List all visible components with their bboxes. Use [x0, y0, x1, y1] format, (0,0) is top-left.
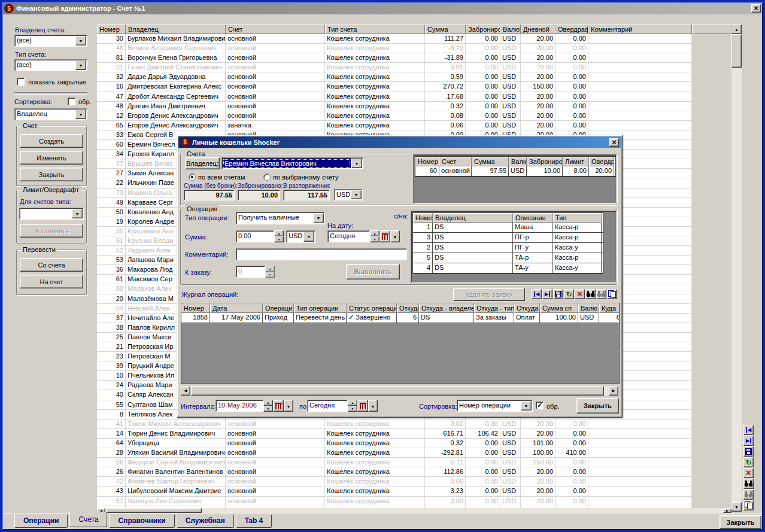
all-accounts-radio[interactable] — [189, 174, 196, 181]
transfer-to-button[interactable]: На счет — [20, 275, 83, 288]
grid-row[interactable]: 3DSПГ-рКасса-р — [413, 233, 603, 243]
op-sum-input[interactable]: 0.00 — [236, 230, 274, 242]
grid-row[interactable]: 185817-May-2006ПриходПеревести день✓ Зав… — [181, 313, 619, 323]
copy-icon[interactable] — [743, 500, 754, 510]
comment-input[interactable] — [236, 248, 407, 260]
table-vscrollbar[interactable]: ▲ ▼ — [731, 25, 742, 512]
scroll-right-icon[interactable]: ▶ — [609, 386, 618, 396]
table-row[interactable]: 46Волков Владимир СергеевичосновнойКошел… — [97, 44, 692, 53]
last-record-icon[interactable] — [542, 289, 552, 299]
scroll-down-icon[interactable]: ▼ — [731, 502, 742, 512]
grid-row[interactable]: 1DSМашаКасса-р — [413, 223, 603, 233]
chevron-down-icon[interactable] — [521, 401, 532, 411]
column-header[interactable]: Дата — [210, 303, 263, 313]
vscroll-thumb[interactable] — [731, 34, 742, 68]
column-header[interactable]: Сумма — [425, 25, 466, 34]
column-header[interactable]: Номер — [413, 213, 433, 223]
from-dropdown-icon[interactable] — [284, 400, 293, 412]
calendar-icon[interactable] — [357, 400, 368, 412]
save-icon[interactable] — [553, 289, 563, 299]
close-icon[interactable] — [751, 4, 761, 13]
transfer-from-button[interactable]: Со счета — [20, 258, 83, 272]
limit-type-select[interactable] — [19, 208, 84, 220]
journal-hscroll-thumb[interactable] — [191, 386, 604, 396]
chevron-down-icon[interactable] — [351, 159, 362, 168]
copy-icon[interactable] — [607, 289, 617, 299]
refresh-icon[interactable] — [564, 289, 574, 299]
column-header[interactable]: Описание — [513, 213, 553, 223]
journal-reverse-checkbox[interactable] — [536, 402, 544, 409]
chevron-down-icon[interactable] — [72, 209, 83, 218]
column-header[interactable]: Заброниров — [527, 157, 563, 166]
dialog-owner-select[interactable]: Еремин Вячеслав Викторович — [221, 157, 363, 169]
chevron-down-icon[interactable] — [313, 213, 324, 223]
selected-account-radio[interactable] — [263, 174, 271, 181]
column-header[interactable]: Откуда — [397, 303, 419, 313]
date-stepper[interactable] — [370, 230, 380, 242]
column-header[interactable]: Счет — [439, 157, 472, 166]
column-header[interactable]: Валю — [578, 303, 599, 313]
table-row[interactable]: 64УборщицаосновнойКошелек сотрудника0.32… — [97, 439, 692, 448]
column-header[interactable]: Куда - — [599, 303, 620, 313]
table-row[interactable]: 32Дадзе Дарья ЭдуардовнаосновнойКошелек … — [97, 72, 692, 82]
tab-Служебная[interactable]: Служебная — [177, 515, 234, 528]
main-close-button[interactable]: Закрыть — [720, 515, 761, 529]
column-header[interactable]: Овердраф — [589, 157, 614, 166]
type-filter-select[interactable]: (все) — [14, 59, 87, 71]
table-row[interactable]: 31Гачин Дмитрий СтаниславовичосновнойКош… — [97, 63, 692, 72]
first-record-icon[interactable] — [743, 425, 754, 435]
table-row[interactable]: 57Чаевцев Лев СергеевичосновнойКошелек с… — [97, 497, 692, 506]
currency-select[interactable]: USD — [334, 189, 363, 200]
calendar-icon[interactable] — [273, 400, 284, 412]
tab-Справочники[interactable]: Справочники — [109, 515, 174, 528]
column-header[interactable]: Валю — [509, 157, 527, 166]
create-account-button[interactable]: Создать — [20, 134, 83, 148]
table-row[interactable]: 30Бурлаков Михаил ВладимировиосновнойКош… — [97, 34, 692, 44]
owner-filter-select[interactable]: (все) — [14, 35, 87, 47]
op-currency-select[interactable]: USD — [286, 230, 315, 243]
edit-account-button[interactable]: Изменить — [20, 151, 83, 165]
sort-select[interactable]: Владелец — [14, 108, 87, 120]
column-header[interactable]: Счет — [226, 25, 325, 34]
scroll-right-icon[interactable]: ▶ — [723, 508, 731, 513]
find-icon[interactable] — [743, 479, 754, 489]
table-row[interactable]: 16Дмитревская Екатерина АлексосновнойКош… — [97, 82, 692, 92]
from-stepper[interactable] — [263, 400, 273, 412]
csna-grid[interactable]: НомерВладелецОписаниеТип1DSМашаКасса-р3D… — [412, 212, 603, 274]
column-header[interactable]: Лимит — [563, 157, 589, 166]
hscroll-thumb[interactable] — [106, 508, 202, 513]
tab-Операции[interactable]: Операции — [14, 515, 68, 528]
column-header[interactable]: Дневной — [521, 25, 555, 34]
execute-button[interactable]: Выполнить — [346, 264, 400, 279]
scroll-up-icon[interactable]: ▲ — [731, 25, 742, 34]
order-input[interactable]: 0 — [236, 266, 265, 278]
dialog-close-button[interactable]: Закрыть — [576, 398, 619, 414]
show-closed-checkbox[interactable] — [17, 78, 25, 86]
column-header[interactable]: Комментарий — [588, 25, 692, 34]
accounts-grid[interactable]: НомерСчетСуммаВалюЗабронировЛимитОвердра… — [415, 156, 616, 177]
grid-row[interactable]: 2DSПГ-уКасса-у — [413, 243, 603, 253]
sort-reverse-checkbox[interactable] — [68, 98, 75, 105]
find-dim-icon[interactable] — [596, 289, 606, 299]
grid-row[interactable]: 4DSТА-уКасса-у — [413, 263, 603, 273]
calendar-icon[interactable] — [380, 230, 390, 242]
table-row[interactable]: 43Цибулевский Максим ДмитриеосновнойКоше… — [97, 487, 692, 496]
tab-Счета[interactable]: Счета — [69, 512, 107, 527]
owner-button[interactable]: Владелец: — [185, 157, 220, 169]
dialog-close-icon[interactable] — [609, 138, 619, 147]
chevron-down-icon[interactable] — [75, 36, 86, 45]
save-icon[interactable] — [743, 446, 754, 457]
column-header[interactable]: Владелец — [433, 213, 513, 223]
column-header[interactable]: Владелец — [126, 25, 226, 34]
order-stepper[interactable] — [265, 266, 275, 278]
table-row[interactable]: 48Дрягин Иван ДмитриевичосновнойКошелек … — [97, 102, 692, 111]
column-header[interactable]: Операци — [263, 303, 294, 313]
column-header[interactable]: Номер — [97, 25, 126, 34]
close-account-button[interactable]: Закрыть — [20, 168, 83, 181]
delete-request-button[interactable]: удалить заявку — [453, 288, 525, 301]
to-dropdown-icon[interactable] — [368, 400, 378, 412]
date-dropdown-icon[interactable] — [390, 230, 400, 242]
column-header[interactable]: Сумма — [472, 157, 509, 166]
column-header[interactable]: Заброниров — [466, 25, 500, 34]
journal-grid[interactable]: НомерДатаОперациТип операцииСтатус опера… — [181, 303, 620, 384]
